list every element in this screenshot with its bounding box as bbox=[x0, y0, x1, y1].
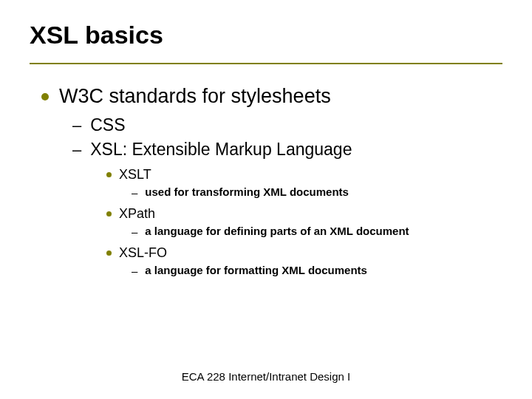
disc-bullet-icon bbox=[106, 172, 112, 177]
slide-content: W3C standards for stylesheets – CSS – XS… bbox=[0, 64, 532, 277]
bullet-level3: XSL-FO bbox=[106, 245, 502, 261]
title-wrap: XSL basics bbox=[0, 0, 532, 55]
dash-bullet-icon: – bbox=[132, 186, 137, 199]
bullet-level3: XPath bbox=[106, 206, 502, 222]
dash-bullet-icon: – bbox=[72, 140, 81, 160]
dash-bullet-icon: – bbox=[72, 116, 81, 135]
bullet-level4: – a language for defining parts of an XM… bbox=[132, 225, 502, 238]
slide: XSL basics W3C standards for stylesheets… bbox=[0, 0, 532, 399]
level4-group: – a language for formatting XML document… bbox=[132, 264, 502, 277]
bullet-level4: – used for transforming XML documents bbox=[132, 185, 502, 199]
slide-footer: ECA 228 Internet/Intranet Design I bbox=[0, 370, 532, 383]
dash-bullet-icon: – bbox=[132, 265, 137, 277]
level4-group: – a language for defining parts of an XM… bbox=[132, 225, 502, 238]
disc-bullet-icon bbox=[106, 211, 112, 216]
bullet-level1: W3C standards for stylesheets bbox=[41, 85, 502, 108]
bullet-level3-text: XPath bbox=[119, 206, 155, 222]
bullet-level4-text: a language for defining parts of an XML … bbox=[145, 225, 409, 237]
bullet-level3-text: XSLT bbox=[119, 167, 151, 183]
disc-bullet-icon bbox=[106, 250, 112, 256]
bullet-level2-text: XSL: Extensible Markup Language bbox=[90, 140, 352, 160]
level4-group: – used for transforming XML documents bbox=[132, 185, 502, 199]
bullet-level2-text: CSS bbox=[90, 115, 125, 135]
level3-group: XSLT – used for transforming XML documen… bbox=[106, 167, 502, 277]
slide-title: XSL basics bbox=[30, 21, 502, 50]
bullet-level4-text: a language for formatting XML documents bbox=[145, 264, 367, 276]
bullet-level3-text: XSL-FO bbox=[119, 245, 167, 261]
bullet-level2: – CSS bbox=[72, 115, 502, 135]
bullet-level2: – XSL: Extensible Markup Language bbox=[72, 140, 502, 160]
disc-bullet-icon bbox=[41, 93, 49, 100]
dash-bullet-icon: – bbox=[132, 225, 137, 238]
bullet-level3: XSLT bbox=[106, 167, 502, 183]
bullet-level4-text: used for transforming XML documents bbox=[145, 185, 349, 198]
level2-group: – CSS – XSL: Extensible Markup Language … bbox=[72, 115, 502, 277]
bullet-level4: – a language for formatting XML document… bbox=[132, 264, 502, 277]
bullet-level1-text: W3C standards for stylesheets bbox=[59, 85, 331, 108]
